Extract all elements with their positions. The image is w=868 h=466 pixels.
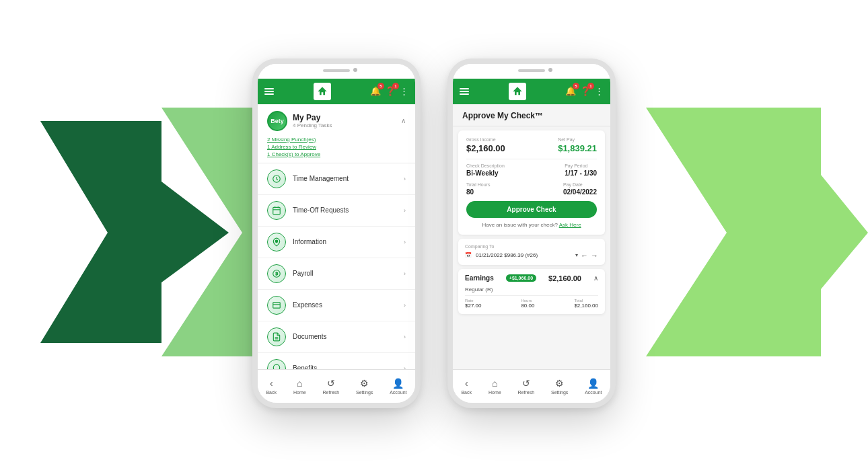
pay-hours-row: Total Hours 80 Pay Date 02/04/2022 — [466, 182, 597, 196]
pay-period-field: Pay Period 1/17 - 1/30 — [565, 163, 597, 177]
hamburger-menu-2[interactable] — [460, 88, 469, 95]
hamburger-line — [460, 93, 469, 95]
svg-marker-2 — [646, 108, 868, 356]
chevron-right-icon: › — [404, 207, 406, 214]
time-off-icon — [267, 201, 286, 220]
approve-check-btn[interactable]: Approve Check — [466, 201, 597, 218]
refresh-icon: ↺ — [327, 378, 335, 389]
nav-settings-label-2: Settings — [551, 390, 568, 395]
nav-back[interactable]: ‹ Back — [266, 378, 277, 395]
arrow-left-icon[interactable]: ← — [581, 251, 588, 260]
notification-badge-2: 5 — [573, 83, 579, 89]
earnings-detail-row: Rate $27.00 Hours 80.00 Total $2,160.00 — [465, 295, 598, 309]
hamburger-line — [460, 91, 469, 92]
my-pay-subtitle: 4 Pending Tasks — [293, 122, 332, 128]
nav-home-2[interactable]: ⌂ Home — [489, 378, 501, 395]
arrow-right-icon[interactable]: → — [591, 251, 598, 260]
total-col: Total $2,160.00 — [574, 299, 598, 309]
address-review-link[interactable]: 1 Address to Review — [267, 144, 406, 150]
phone-2-content: Approve My Check™ Gross Income $2,160.00… — [453, 104, 610, 403]
my-pay-section: Bety My Pay 4 Pending Tasks ∧ 2 Missing … — [258, 104, 415, 163]
check-desc-value: Bi-Weekly — [466, 169, 505, 177]
phones-container: 🔔 5 ❓ 1 ⋮ Bety — [252, 59, 616, 408]
chevron-right-icon: › — [404, 334, 406, 340]
nav-account-label-2: Account — [585, 390, 602, 395]
settings-icon-2: ⚙ — [555, 378, 564, 389]
expenses-label: Expenses — [293, 301, 404, 309]
nav-settings-2[interactable]: ⚙ Settings — [551, 378, 568, 395]
nav-back-2[interactable]: ‹ Back — [461, 378, 472, 395]
notification-btn[interactable]: 🔔 5 — [370, 86, 381, 96]
nav-home-label-2: Home — [489, 390, 501, 395]
pay-desc-row: Check Description Bi-Weekly Pay Period 1… — [466, 163, 597, 177]
my-pay-left: Bety My Pay 4 Pending Tasks — [267, 111, 332, 131]
nav-home-label: Home — [293, 390, 306, 395]
comparing-label: Comparing To — [465, 244, 598, 249]
net-pay-field: Net Pay $1,839.21 — [558, 137, 597, 153]
refresh-icon-2: ↺ — [522, 378, 530, 389]
more-icon-2: ⋮ — [595, 86, 604, 96]
comparing-section: Comparing To 📅 01/21/2022 $986.39 (#26) … — [458, 239, 605, 265]
comparing-arrows: ← → — [581, 251, 598, 260]
phone-1-content: Bety My Pay 4 Pending Tasks ∧ 2 Missing … — [258, 104, 415, 403]
gross-income-label: Gross Income — [466, 137, 505, 142]
phone-1: 🔔 5 ❓ 1 ⋮ Bety — [252, 59, 421, 408]
notification-badge: 5 — [377, 83, 384, 89]
dropdown-icon[interactable]: ▾ — [575, 252, 578, 258]
total-hours-label: Total Hours — [466, 182, 490, 187]
hamburger-line — [264, 88, 274, 89]
check-desc-label: Check Description — [466, 163, 505, 168]
nav-account-label: Account — [390, 390, 406, 395]
time-management-label: Time Management — [293, 175, 404, 182]
phone-notch-area — [258, 64, 415, 79]
earnings-amount: $2,160.00 — [548, 274, 581, 282]
missing-punch-link[interactable]: 2 Missing Punch(es) — [267, 137, 406, 143]
svg-rect-10 — [273, 302, 281, 307]
home-icon-2: ⌂ — [492, 378, 497, 389]
menu-list: Time Management › Time-Off Requests › — [258, 163, 415, 369]
menu-item-expenses[interactable]: Expenses › — [258, 290, 415, 321]
home-icon: ⌂ — [297, 378, 302, 389]
payroll-label: Payroll — [293, 270, 404, 277]
settings-icon: ⚙ — [360, 378, 369, 389]
menu-item-benefits[interactable]: Benefits › — [258, 353, 415, 369]
chevron-right-icon: › — [404, 176, 406, 182]
help-btn-2[interactable]: ❓ 1 — [580, 86, 591, 96]
menu-item-time-off[interactable]: Time-Off Requests › — [258, 195, 415, 227]
nav-refresh-2[interactable]: ↺ Refresh — [518, 378, 535, 395]
menu-item-time-management[interactable]: Time Management › — [258, 163, 415, 195]
payroll-icon — [267, 264, 286, 283]
nav-account-2[interactable]: 👤 Account — [585, 378, 602, 395]
net-pay-label: Net Pay — [558, 137, 597, 142]
more-btn-2[interactable]: ⋮ — [595, 86, 604, 96]
help-btn[interactable]: ❓ 1 — [385, 86, 396, 96]
approve-content: Gross Income $2,160.00 Net Pay $1,839.21… — [453, 126, 610, 369]
nav-settings[interactable]: ⚙ Settings — [356, 378, 373, 395]
svg-point-8 — [275, 240, 278, 243]
menu-item-payroll[interactable]: Payroll › — [258, 258, 415, 290]
logo-icon — [314, 83, 331, 100]
bottom-nav-2: ‹ Back ⌂ Home ↺ Refresh ⚙ Settings 👤 — [453, 369, 610, 403]
chevron-up-icon[interactable]: ∧ — [401, 117, 406, 124]
hamburger-line — [460, 88, 469, 89]
nav-account[interactable]: 👤 Account — [390, 378, 406, 395]
divider — [466, 159, 597, 159]
ask-here-link[interactable]: Ask Here — [559, 222, 581, 228]
documents-icon — [267, 327, 286, 346]
earnings-header: Earnings +$1,060.00 $2,160.00 ∧ — [465, 274, 598, 282]
app-header-1: 🔔 5 ❓ 1 ⋮ — [258, 79, 415, 104]
nav-home[interactable]: ⌂ Home — [293, 378, 306, 395]
nav-back-label: Back — [266, 390, 277, 395]
nav-refresh[interactable]: ↺ Refresh — [323, 378, 340, 395]
hamburger-menu[interactable] — [264, 88, 274, 95]
notification-btn-2[interactable]: 🔔 5 — [565, 86, 576, 96]
menu-item-information[interactable]: Information › — [258, 227, 415, 258]
more-btn[interactable]: ⋮ — [400, 86, 408, 96]
regular-label: Regular (R) — [465, 286, 598, 293]
app-logo-2 — [473, 83, 561, 100]
earnings-chevron-icon[interactable]: ∧ — [593, 274, 598, 282]
check-approve-link[interactable]: 1 Check(s) to Approve — [267, 151, 406, 157]
svg-rect-4 — [273, 207, 281, 215]
menu-item-documents[interactable]: Documents › — [258, 321, 415, 353]
logo-icon-2 — [509, 83, 526, 100]
